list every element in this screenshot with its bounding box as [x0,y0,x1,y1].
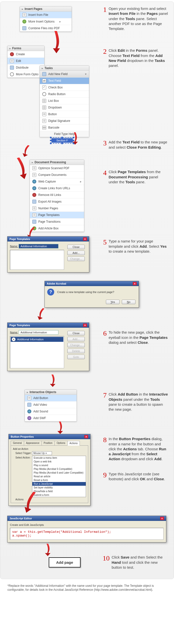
field-digital-signature[interactable]: Digital Signature [40,118,89,124]
step-text: Add the Text Field to the new page and s… [109,140,168,150]
insert-pages-panel: Insert Pages Insert from File More Inser… [20,6,72,32]
dp-pagetemplates[interactable]: Page Templates [30,212,84,218]
step-number: 1 [100,6,107,13]
insert-from-file-item[interactable]: Insert from File [20,12,72,18]
distribute-icon [10,66,14,70]
step-text: Type this JavaScript code (see footnote)… [109,472,168,482]
add-button[interactable]: Add... [67,251,85,255]
options-icon [22,20,26,24]
close-icon[interactable]: × [133,282,137,285]
step-1: 1 Open your existing form and select Ins… [100,6,168,31]
add-new-field-row[interactable]: Add New Field▾ [40,71,89,78]
listbox-icon [42,99,46,103]
add-sound-item[interactable]: Add Sound [25,408,76,415]
js-editor-subtitle: Create and Edit JavaScripts [10,523,163,526]
sound-icon [27,410,31,414]
dp-exportimages[interactable]: Export All Images [30,198,84,205]
add-swf-item[interactable]: Add SWF [25,415,76,421]
barcode-icon [42,126,46,130]
dp-compare[interactable]: Compare Documents [30,172,84,178]
step-10: 10 Click Save and then Select the Hand t… [100,555,168,570]
dialog-title: Button Properties× [9,434,90,439]
action-select-list[interactable]: Execute a menu item Open a web link Play… [32,456,86,497]
dp-removelinks[interactable]: Remove All Links [30,192,84,198]
add-page-button[interactable]: Add page [49,557,80,568]
field-radio-button[interactable]: Radio Button [40,91,89,98]
step-3: 3 Add the Text Field to the new page and… [100,140,168,150]
step-8: 8 In the Button Properties dialog, enter… [100,436,168,462]
forms-more-item[interactable]: More Form Options [8,71,44,78]
dp-pagetransitions[interactable]: Page Transitions [30,218,84,225]
button-icon [27,396,31,400]
close-button[interactable]: Close [67,331,85,336]
javascript-editor-dialog: JavaScript Editor× Create and Edit JavaS… [7,516,166,542]
tab-general[interactable]: General [11,441,24,445]
template-name-input[interactable]: Additional Information [19,244,58,248]
field-text-field[interactable]: Text Field [40,78,89,84]
forms-panel: Forms Create Edit Distribute More Form O… [7,46,44,78]
dp-optimize[interactable]: Optimize Scanned PDF [30,165,84,172]
edit-icon [10,59,14,63]
field-list-box[interactable]: List Box [40,98,89,104]
eyeball-icon[interactable] [12,337,16,341]
step-text: Click Add Button in the Interactive Obje… [109,392,168,412]
field-barcode[interactable]: Barcode [40,124,89,131]
dp-webcapture[interactable]: Web Capture ▸ [30,178,84,185]
js-code-input[interactable]: var a = this.getTemplate("Additional Inf… [10,528,163,540]
tab-strip: General Appearance Position Options Acti… [11,441,88,446]
forms-distribute-item[interactable]: Distribute [8,64,44,71]
close-button[interactable]: Close [67,245,85,249]
templates-list[interactable]: Additional Information [10,336,64,368]
close-icon[interactable]: × [84,435,88,438]
step-7: 7 Click Add Button in the Interactive Ob… [100,392,168,412]
close-icon[interactable]: × [83,237,87,241]
templates-list[interactable] [10,250,64,270]
button-icon [42,112,46,116]
step-number: 6 [100,330,107,337]
delete-button: Delete [67,349,85,353]
close-icon[interactable]: × [83,324,87,327]
links-icon [32,186,36,190]
dialog-title: Page Templates× [8,323,89,328]
add-button: Add... [67,337,85,341]
field-dropdown[interactable]: Dropdown [40,104,89,111]
dp-addarticle[interactable]: Add Article Box [30,225,84,232]
step-number: 5 [100,239,107,246]
interactive-objects-panel: Interactive Objects Add Button Add Video… [25,389,77,422]
close-icon[interactable]: × [160,517,164,520]
dp-numberpages[interactable]: Number Pages [30,205,84,212]
page-icon [22,13,26,17]
template-name-input[interactable]: Additional Information [19,330,58,335]
step-text: Click Page Templates from the Document P… [109,170,168,184]
forms-edit-item[interactable]: Edit [8,58,44,64]
field-type-help[interactable]: Field Type Help [40,131,89,137]
template-list-item[interactable]: Additional Information [17,338,44,341]
add-button-item[interactable]: Add Button [25,395,76,402]
step-4: 4 Click Page Templates from the Document… [100,170,168,184]
tab-position[interactable]: Position [42,441,55,445]
step-5: 5 Type a name for your page template and… [100,239,168,254]
more-insert-options-item[interactable]: More Insert Options ▸ [20,18,72,25]
trigger-label: Select Trigger: [15,452,31,454]
removelinks-icon [32,193,36,197]
dp-createlinks[interactable]: Create Links from URLs [30,185,84,192]
tab-appearance[interactable]: Appearance [24,441,42,445]
change-button: Change... [67,343,85,347]
step-2: 2 Click Edit in the Forms panel. Choose … [100,48,168,68]
form-field-selection[interactable]: Section F [50,137,74,144]
forms-create-item[interactable]: Create [8,51,44,58]
yes-button[interactable]: Yes [106,300,120,304]
tab-options[interactable]: Options [54,441,67,445]
step-text: Type a name for your page template and c… [109,239,168,254]
step-text: Click Save and then Select the Hand tool… [112,555,168,570]
tab-actions[interactable]: Actions [67,441,80,446]
step-number: 4 [100,170,107,176]
field-button[interactable]: Button [40,111,89,118]
export-icon [32,200,36,204]
trigger-select[interactable]: Mouse Up [32,451,52,455]
no-button[interactable]: No [122,300,135,304]
combine-files-item[interactable]: Combine Files into PDF [20,25,72,32]
add-video-item[interactable]: Add Video [25,402,76,408]
number-icon [32,206,36,210]
field-check-box[interactable]: Check Box [40,84,89,91]
